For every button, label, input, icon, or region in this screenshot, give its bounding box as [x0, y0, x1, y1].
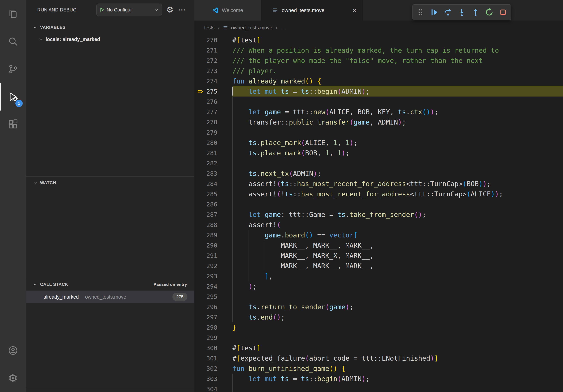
tab-welcome[interactable]: Welcome	[194, 0, 261, 21]
gutter[interactable]: 284	[194, 179, 232, 189]
gutter[interactable]: 288	[194, 220, 232, 230]
stack-frame-row[interactable]: already_marked owned_tests.move 275	[26, 290, 194, 303]
debug-settings-button[interactable]: ⚙	[166, 6, 174, 14]
restart-button[interactable]	[484, 7, 494, 17]
code-text[interactable]: assert!(ts::has_most_recent_for_address<…	[232, 179, 563, 189]
code-text[interactable]: ts.place_mark(BOB, 1, 1);	[232, 148, 563, 158]
code-text[interactable]	[232, 127, 563, 138]
locals-scope-row[interactable]: locals: already_marked	[26, 34, 194, 45]
code-text[interactable]: );	[232, 281, 563, 291]
code-text[interactable]: #[test]	[232, 35, 563, 45]
code-text[interactable]: let mut ts = ts::begin(ADMIN);	[232, 86, 563, 96]
account-button[interactable]	[0, 337, 26, 364]
more-actions-button[interactable]: ···	[178, 7, 186, 13]
code-text[interactable]: MARK__, MARK__, MARK__,	[232, 240, 563, 250]
variables-section-header[interactable]: VARIABLES	[26, 21, 194, 34]
code-text[interactable]: fun already_marked() {	[232, 76, 563, 86]
gutter[interactable]: 272	[194, 55, 232, 66]
gutter[interactable]: 290	[194, 240, 232, 250]
toolbar-drag-handle[interactable]	[416, 7, 425, 17]
gutter[interactable]: 287	[194, 209, 232, 220]
code-text[interactable]	[232, 199, 563, 209]
activity-item-run-and-debug[interactable]: 1	[0, 83, 26, 111]
gutter[interactable]: 297	[194, 312, 232, 322]
activity-item-source-control[interactable]	[0, 55, 26, 83]
gutter[interactable]: 298	[194, 322, 232, 333]
gutter[interactable]: 300	[194, 343, 232, 353]
gutter[interactable]: 279	[194, 127, 232, 138]
activity-item-explorer[interactable]	[0, 0, 26, 28]
code-text[interactable]: let game = ttt::new(ALICE, BOB, KEY, ts.…	[232, 107, 563, 117]
step-over-button[interactable]	[443, 7, 453, 17]
code-text[interactable]: let game: ttt::Game = ts.take_from_sende…	[232, 209, 563, 220]
code-text[interactable]: MARK__, MARK__, MARK__,	[232, 261, 563, 271]
stop-button[interactable]	[498, 7, 508, 17]
code-text[interactable]: #[expected_failure(abort_code = ttt::ENo…	[232, 353, 563, 363]
breadcrumb-item-symbol[interactable]: …	[281, 25, 285, 31]
code-text[interactable]: /// the player who made the "false" move…	[232, 55, 563, 66]
gutter[interactable]: 299	[194, 333, 232, 343]
gutter[interactable]: 275	[194, 86, 232, 96]
activity-item-search[interactable]	[0, 28, 26, 55]
call-stack-section-header[interactable]: CALL STACK Paused on entry	[26, 278, 194, 290]
step-out-button[interactable]	[471, 7, 481, 17]
gutter[interactable]: 274	[194, 76, 232, 86]
gutter[interactable]: 293	[194, 271, 232, 281]
gutter[interactable]: 291	[194, 250, 232, 261]
code-text[interactable]: ts.end();	[232, 312, 563, 322]
gutter[interactable]: 281	[194, 148, 232, 158]
gutter[interactable]: 278	[194, 117, 232, 127]
gutter[interactable]: 301	[194, 353, 232, 363]
continue-button[interactable]	[429, 7, 439, 17]
gutter[interactable]: 276	[194, 96, 232, 107]
gutter[interactable]: 283	[194, 168, 232, 179]
code-text[interactable]: fun burn_unfinished_game() {	[232, 363, 563, 374]
gutter[interactable]: 285	[194, 189, 232, 199]
code-text[interactable]: #[test]	[232, 343, 563, 353]
gutter[interactable]: 273	[194, 66, 232, 76]
code-text[interactable]	[232, 96, 563, 107]
gutter[interactable]: 294	[194, 281, 232, 291]
code-text[interactable]: assert!(	[232, 220, 563, 230]
gutter[interactable]: 286	[194, 199, 232, 209]
code-text[interactable]: transfer::public_transfer(game, ADMIN);	[232, 117, 563, 127]
code-text[interactable]: /// When a position is already marked, t…	[232, 45, 563, 55]
activity-item-extensions[interactable]	[0, 111, 26, 138]
gutter[interactable]: 277	[194, 107, 232, 117]
gutter[interactable]: 289	[194, 230, 232, 240]
code-text[interactable]: ts.place_mark(ALICE, 1, 1);	[232, 138, 563, 148]
code-text[interactable]: MARK__, MARK_X, MARK__,	[232, 250, 563, 261]
gutter[interactable]: 303	[194, 374, 232, 384]
breakpoints-section-header[interactable]: BREAKPOINTS	[26, 388, 194, 392]
gutter[interactable]: 302	[194, 363, 232, 374]
step-into-button[interactable]	[457, 7, 467, 17]
code-text[interactable]	[232, 384, 563, 392]
breadcrumb-item-file[interactable]: owned_tests.move	[231, 25, 272, 31]
gutter[interactable]: 296	[194, 302, 232, 312]
gutter[interactable]: 271	[194, 45, 232, 55]
code-text[interactable]	[232, 158, 563, 168]
gutter[interactable]: 282	[194, 158, 232, 168]
code-text[interactable]: /// player.	[232, 66, 563, 76]
code-text[interactable]	[232, 291, 563, 302]
gutter[interactable]: 280	[194, 138, 232, 148]
gutter[interactable]: 304	[194, 384, 232, 392]
code-text[interactable]: assert!(!ts::has_most_recent_for_address…	[232, 189, 563, 199]
gutter[interactable]: 295	[194, 291, 232, 302]
close-icon[interactable]: ×	[353, 7, 357, 14]
code-text[interactable]: let mut ts = ts::begin(ADMIN);	[232, 374, 563, 384]
gutter[interactable]: 270	[194, 35, 232, 45]
tab-owned-tests-move[interactable]: owned_tests.move ×	[261, 0, 363, 21]
start-debug-icon[interactable]	[99, 7, 104, 13]
watch-section-header[interactable]: WATCH	[26, 177, 194, 189]
gutter[interactable]: 292	[194, 261, 232, 271]
code-text[interactable]: ts.next_tx(ADMIN);	[232, 168, 563, 179]
breadcrumb-item-folder[interactable]: tests	[204, 25, 215, 31]
debug-configuration-dropdown[interactable]: No Configur	[96, 3, 162, 16]
code-text[interactable]: ts.return_to_sender(game);	[232, 302, 563, 312]
code-text[interactable]: }	[232, 322, 563, 333]
code-text[interactable]: game.board() == vector[	[232, 230, 563, 240]
code-text[interactable]: ],	[232, 271, 563, 281]
code-text[interactable]	[232, 333, 563, 343]
settings-button[interactable]: ⚙	[0, 364, 26, 392]
